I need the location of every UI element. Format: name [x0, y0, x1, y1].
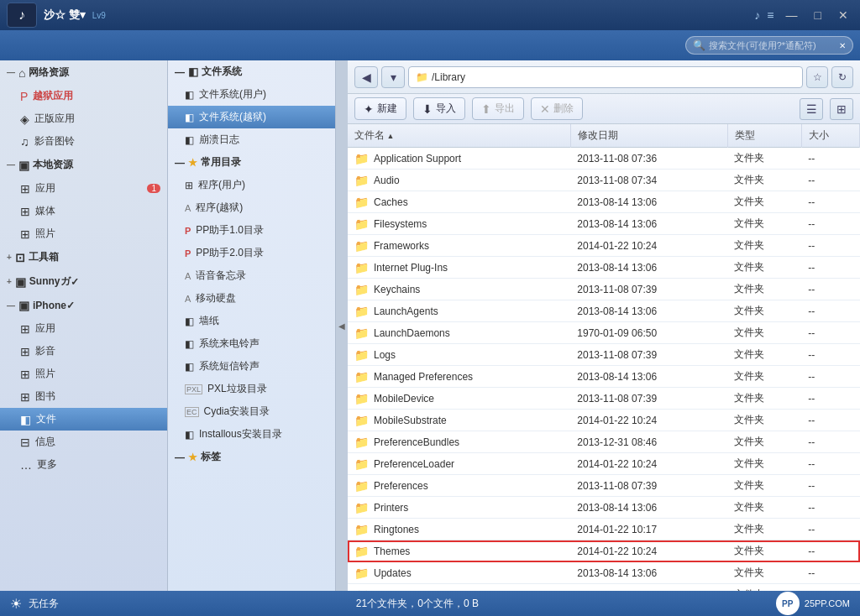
media-label: 媒体 — [35, 204, 55, 218]
sidebar-item-iphone-messages[interactable]: ⊟ 信息 — [0, 431, 167, 453]
mid-item-programs-jailbreak[interactable]: A 程序(越狱) — [168, 196, 335, 219]
mid-item-installous-dir[interactable]: ◧ Installous安装目录 — [168, 423, 335, 446]
table-row[interactable]: 📁 Ringtones 2014-01-22 10:17 文件夹 -- — [348, 519, 860, 540]
table-row[interactable]: 📁 PreferenceBundles 2013-12-31 08:46 文件夹… — [348, 431, 860, 453]
table-row[interactable]: 📁 Wallpaper 2014-01-22 10:17 文件夹 -- — [348, 584, 860, 592]
sidebar-item-iphone-apps[interactable]: ⊞ 应用 — [0, 317, 167, 340]
search-box[interactable]: 🔍 ✕ — [685, 36, 853, 55]
file-modified: 2013-12-31 08:46 — [570, 431, 727, 453]
table-row[interactable]: 📁 Themes 2014-01-22 10:24 文件夹 -- — [348, 540, 860, 562]
mid-item-sms-ring[interactable]: ◧ 系统短信铃声 — [168, 355, 335, 378]
folder-icon: 📁 — [354, 261, 369, 274]
sidebar-item-iphone-books[interactable]: ⊞ 图书 — [0, 385, 167, 408]
column-header-size[interactable]: 大小 — [801, 124, 859, 148]
mid-item-voice-memo[interactable]: A 语音备忘录 — [168, 264, 335, 287]
file-name: Updates — [374, 567, 412, 579]
mid-item-programs-user[interactable]: ⊞ 程序(用户) — [168, 174, 335, 196]
sidebar-section-iphone[interactable]: — ▣ iPhone ✓ — [0, 294, 167, 317]
close-button[interactable]: ✕ — [833, 7, 853, 23]
sidebar-item-jailbreak-apps[interactable]: P 越狱应用 — [0, 85, 167, 107]
folder-icon: 📁 — [354, 436, 369, 449]
mid-item-pp1[interactable]: P PP助手1.0目录 — [168, 219, 335, 242]
table-row[interactable]: 📁 Internet Plug-Ins 2013-08-14 13:06 文件夹… — [348, 257, 860, 279]
mid-item-ringtone-sys[interactable]: ◧ 系统来电铃声 — [168, 332, 335, 355]
mid-item-crashlog[interactable]: ◧ 崩溃日志 — [168, 128, 335, 151]
star-button[interactable]: ☆ — [806, 66, 828, 88]
iphone-files-icon: ◧ — [20, 413, 31, 426]
sidebar-item-iphone-photos[interactable]: ⊞ 照片 — [0, 363, 167, 385]
file-name: Filesystems — [374, 218, 427, 230]
mid-item-mobile-disk[interactable]: A 移动硬盘 — [168, 287, 335, 310]
mid-item-pxl-trash[interactable]: PXL PXL垃圾目录 — [168, 378, 335, 400]
mid-item-cydia-dir[interactable]: EC Cydia安装目录 — [168, 400, 335, 423]
export-button[interactable]: ⬆ 导出 — [472, 97, 524, 120]
apps-badge: 1 — [147, 184, 160, 193]
iphone-books-icon: ⊞ — [20, 390, 30, 404]
sidebar-item-media[interactable]: ⊞ 媒体 — [0, 200, 167, 222]
iphone-files-label: 文件 — [36, 412, 56, 426]
sidebar-item-ringtones[interactable]: ♫ 影音图铃 — [0, 130, 167, 153]
table-row[interactable]: 📁 MobileSubstrate 2014-01-22 10:24 文件夹 -… — [348, 410, 860, 431]
column-header-modified[interactable]: 修改日期 — [570, 124, 727, 148]
file-size: -- — [801, 257, 859, 279]
ringtones-icon: ♫ — [20, 135, 29, 149]
table-row[interactable]: 📁 Logs 2013-11-08 07:39 文件夹 -- — [348, 344, 860, 366]
mid-section-tags[interactable]: — ★ 标签 — [168, 446, 335, 468]
mid-section-common-dirs[interactable]: — ★ 常用目录 — [168, 151, 335, 174]
table-row[interactable]: 📁 MobileDevice 2013-11-08 07:39 文件夹 -- — [348, 388, 860, 410]
local-collapse-icon: — — [7, 160, 15, 170]
table-row[interactable]: 📁 Keychains 2013-11-08 07:39 文件夹 -- — [348, 279, 860, 300]
sidebar-item-iphone-more[interactable]: … 更多 — [0, 453, 167, 476]
maximize-button[interactable]: □ — [810, 7, 826, 23]
table-row[interactable]: 📁 Audio 2013-11-08 07:34 文件夹 -- — [348, 170, 860, 191]
table-row[interactable]: 📁 Printers 2013-08-14 13:06 文件夹 -- — [348, 497, 860, 519]
sidebar-item-iphone-files[interactable]: ◧ 文件 — [0, 408, 167, 431]
sidebar-item-apps[interactable]: ⊞ 应用 1 — [0, 177, 167, 200]
file-type: 文件夹 — [727, 540, 801, 562]
table-row[interactable]: 📁 Caches 2013-08-14 13:06 文件夹 -- — [348, 191, 860, 213]
sidebar-item-photos[interactable]: ⊞ 照片 — [0, 222, 167, 245]
mid-item-wallpaper-dir[interactable]: ◧ 墙纸 — [168, 310, 335, 332]
new-button[interactable]: ✦ 新建 — [354, 97, 406, 120]
import-button[interactable]: ⬇ 导入 — [413, 97, 465, 120]
delete-button[interactable]: ✕ 删除 — [531, 97, 583, 120]
table-row[interactable]: 📁 LaunchAgents 2013-08-14 13:06 文件夹 -- — [348, 300, 860, 322]
iphone-more-label: 更多 — [37, 457, 57, 472]
back-button[interactable]: ◀ — [354, 66, 378, 88]
table-row[interactable]: 📁 Filesystems 2013-08-14 13:06 文件夹 -- — [348, 213, 860, 235]
table-row[interactable]: 📁 Preferences 2013-11-08 07:39 文件夹 -- — [348, 475, 860, 497]
file-table-body: 📁 Application Support 2013-11-08 07:36 文… — [348, 148, 860, 592]
file-size: -- — [801, 562, 859, 584]
folder-icon: 📁 — [354, 196, 369, 209]
sidebar-section-network[interactable]: — ⌂ 网络资源 — [0, 60, 167, 85]
table-row[interactable]: 📁 PreferenceLoader 2014-01-22 10:24 文件夹 … — [348, 453, 860, 475]
sidebar-section-toolbox[interactable]: + ⊡ 工具箱 — [0, 245, 167, 269]
mid-item-fs-user[interactable]: ◧ 文件系统(用户) — [168, 83, 335, 106]
sidebar-section-local[interactable]: — ▣ 本地资源 — [0, 153, 167, 177]
grid-view-button[interactable]: ⊞ — [830, 98, 853, 120]
list-view-button[interactable]: ☰ — [800, 98, 823, 120]
sidebar-section-sunnyga[interactable]: + ▣ Sunnyガ ✓ — [0, 269, 167, 294]
sidebar-item-iphone-media[interactable]: ⊞ 影音 — [0, 340, 167, 363]
search-input[interactable] — [709, 40, 836, 50]
folder-icon: 📁 — [354, 370, 369, 384]
collapse-arrow[interactable]: ◀ — [336, 60, 348, 591]
mid-item-fs-jailbreak[interactable]: ◧ 文件系统(越狱) — [168, 106, 335, 128]
column-header-type[interactable]: 类型 — [727, 124, 801, 148]
file-name-cell: 📁 Updates — [348, 562, 570, 584]
minimize-button[interactable]: — — [781, 7, 803, 23]
table-row[interactable]: 📁 Managed Preferences 2013-08-14 13:06 文… — [348, 366, 860, 388]
file-count-text: 21个文件夹，0个文件，0 B — [356, 598, 479, 609]
mid-item-pp2[interactable]: P PP助手2.0目录 — [168, 242, 335, 264]
refresh-button[interactable]: ↻ — [831, 66, 853, 88]
mid-section-filesystem[interactable]: — ◧ 文件系统 — [168, 60, 335, 83]
folder-icon: 📁 — [354, 174, 369, 187]
table-row[interactable]: 📁 Application Support 2013-11-08 07:36 文… — [348, 148, 860, 170]
table-row[interactable]: 📁 Updates 2013-08-14 13:06 文件夹 -- — [348, 562, 860, 584]
path-dropdown-button[interactable]: ▾ — [381, 66, 405, 88]
sidebar-item-official-apps[interactable]: ◈ 正版应用 — [0, 107, 167, 130]
search-clear-button[interactable]: ✕ — [839, 41, 846, 50]
column-header-name[interactable]: 文件名 — [348, 124, 570, 148]
table-row[interactable]: 📁 LaunchDaemons 1970-01-09 06:50 文件夹 -- — [348, 322, 860, 344]
table-row[interactable]: 📁 Frameworks 2014-01-22 10:24 文件夹 -- — [348, 235, 860, 257]
